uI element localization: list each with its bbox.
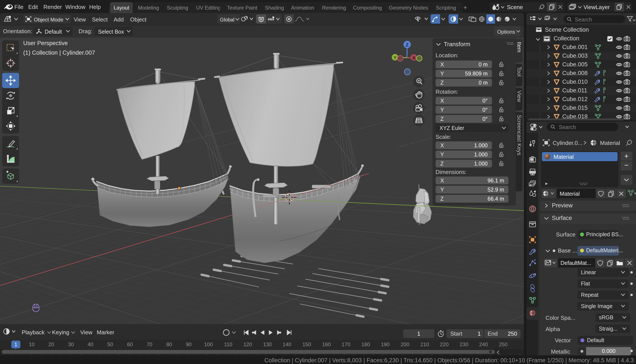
svg-text:X: X (412, 55, 416, 60)
svg-text:Y: Y (394, 55, 396, 60)
svg-text:Z: Z (406, 42, 408, 48)
svg-text:User Perspective: User Perspective (23, 40, 68, 46)
svg-text:(1) Collection | Cylinder.007: (1) Collection | Cylinder.007 (23, 50, 95, 56)
